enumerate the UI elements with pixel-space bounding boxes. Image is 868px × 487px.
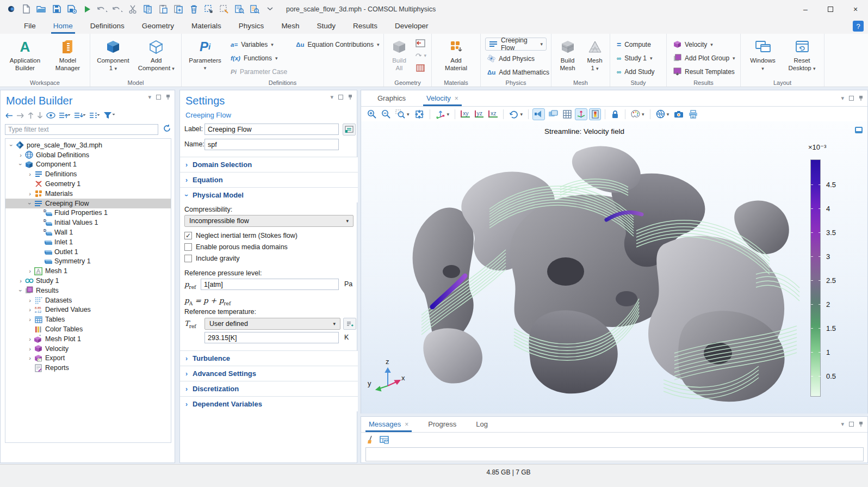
menu-tab-developer[interactable]: Developer <box>386 18 437 34</box>
functions-button[interactable]: f(x)Functions▾ <box>228 51 289 65</box>
redo-icon[interactable] <box>111 3 124 16</box>
scene-light-icon[interactable]: ▾ <box>654 108 671 120</box>
section-dependent-variables[interactable]: ›Dependent Variables <box>180 396 358 411</box>
zoom-in-icon[interactable] <box>365 108 378 120</box>
rotate-icon[interactable]: ▾ <box>507 108 525 120</box>
menu-tab-study[interactable]: Study <box>308 18 344 34</box>
section-equation[interactable]: ›Equation <box>180 172 358 187</box>
add-study-button[interactable]: ∞Add Study <box>615 65 657 78</box>
tree-item-datasets[interactable]: ›Datasets <box>5 295 171 305</box>
expand-icon[interactable]: › <box>26 306 34 313</box>
transparency-icon[interactable] <box>547 108 560 120</box>
menu-tab-physics[interactable]: Physics <box>230 18 273 34</box>
menu-tab-definitions[interactable]: Definitions <box>82 18 133 34</box>
show-axes-icon[interactable] <box>575 108 587 120</box>
expand-icon[interactable]: › <box>26 268 34 274</box>
expand-icon[interactable]: › <box>26 297 34 304</box>
clear-messages-icon[interactable] <box>367 435 374 446</box>
section-discretization[interactable]: ›Discretization <box>180 381 358 396</box>
save-as-icon[interactable] <box>65 3 78 16</box>
expand-icon[interactable]: › <box>17 152 24 158</box>
tree-item-global-definitions[interactable]: ›Global Definitions <box>5 150 171 160</box>
panel-float-icon[interactable] <box>156 95 161 100</box>
tree-item-mesh-plot-1[interactable]: ›*Mesh Plot 1 <box>5 334 171 344</box>
panel-pin-icon[interactable] <box>348 94 352 100</box>
tref-select[interactable]: User defined▾ <box>204 318 340 330</box>
tree-item-initial-values-1[interactable]: DInitial Values 1 <box>5 218 171 227</box>
tree-item-tables[interactable]: ›Tables <box>5 315 171 324</box>
panel-float-icon[interactable] <box>849 96 854 101</box>
component-1-button[interactable]: Component1 ▾ <box>95 36 131 74</box>
delete-icon[interactable] <box>187 3 200 16</box>
tree-item-results[interactable]: ›Results <box>5 286 171 295</box>
tab-velocity[interactable]: Velocity× <box>426 94 458 106</box>
deselect-icon[interactable] <box>218 3 231 16</box>
save-icon[interactable] <box>50 3 63 16</box>
reset-desktop-button[interactable]: ResetDesktop ▾ <box>785 36 820 74</box>
expand-icon[interactable]: › <box>26 316 34 323</box>
find-icon[interactable] <box>233 3 246 16</box>
windows-button[interactable]: Windows▾ <box>746 36 780 74</box>
expand-icon[interactable]: › <box>26 355 34 361</box>
pref-input[interactable] <box>201 279 339 290</box>
collapse-icon[interactable]: › <box>27 200 33 207</box>
tref-list-button[interactable] <box>343 318 356 330</box>
expand-icon[interactable]: › <box>17 278 24 284</box>
tab-progress[interactable]: Progress <box>428 420 456 432</box>
view-xz-icon[interactable]: xz <box>487 108 499 120</box>
add-physics-button[interactable]: Add Physics <box>485 52 547 65</box>
move-up-icon[interactable] <box>28 112 34 119</box>
expand-all-icon[interactable] <box>74 112 86 119</box>
section-advanced-settings[interactable]: ›Advanced Settings <box>180 366 358 381</box>
add-plot-group-button[interactable]: Add Plot Group▾ <box>671 51 737 65</box>
panel-pin-icon[interactable] <box>859 95 863 101</box>
add-component-button[interactable]: AddComponent ▾ <box>136 36 177 74</box>
model-tree-node-icon[interactable] <box>89 112 100 119</box>
table-message-icon[interactable] <box>380 436 389 446</box>
screenshot-icon[interactable] <box>672 108 685 120</box>
collapse-icon[interactable]: › <box>8 141 15 149</box>
menu-tab-home[interactable]: Home <box>45 18 82 34</box>
name-input[interactable] <box>204 139 339 150</box>
tree-item-mesh-1[interactable]: ›Mesh 1 <box>5 266 171 276</box>
color-theme-icon[interactable]: ▾ <box>629 108 646 120</box>
import-geometry-icon[interactable] <box>414 38 426 48</box>
undo-icon[interactable] <box>96 3 109 16</box>
more-icon[interactable] <box>263 3 276 16</box>
temperature-input[interactable] <box>204 332 339 343</box>
unchecked-checkbox-icon[interactable] <box>184 243 192 251</box>
panel-float-icon[interactable] <box>849 422 854 427</box>
rename-button[interactable] <box>343 124 356 135</box>
add-material-button[interactable]: AddMaterial <box>439 36 474 74</box>
tab-graphics[interactable]: Graphics <box>377 94 406 106</box>
plot-settings-icon[interactable] <box>854 126 863 137</box>
panel-float-icon[interactable] <box>338 95 343 100</box>
checkbox-enable-porous-media-domains[interactable]: Enable porous media domains <box>184 243 288 251</box>
expand-icon[interactable]: › <box>26 171 34 177</box>
maximize-button[interactable] <box>818 0 843 18</box>
back-icon[interactable] <box>5 113 13 119</box>
copy-icon[interactable] <box>141 3 154 16</box>
filter-icon[interactable] <box>103 112 115 119</box>
orientation-axes-icon[interactable]: ▾ <box>434 108 451 120</box>
print-icon[interactable] <box>687 108 699 120</box>
unchecked-checkbox-icon[interactable] <box>184 255 192 262</box>
model-manager-button[interactable]: Model Manager <box>50 36 85 74</box>
tree-item-definitions[interactable]: ›Definitions <box>5 169 171 179</box>
tree-item-materials[interactable]: ›Materials <box>5 189 171 199</box>
new-file-icon[interactable] <box>20 3 33 16</box>
menu-tab-materials[interactable]: Materials <box>183 18 230 34</box>
refresh-icon[interactable] <box>163 124 171 135</box>
tab-messages[interactable]: Messages× <box>369 420 408 432</box>
filter-input[interactable] <box>5 124 158 135</box>
panel-menu-icon[interactable]: ▾ <box>841 95 844 102</box>
collapse-all-icon[interactable] <box>59 112 71 119</box>
paste-icon[interactable] <box>157 3 170 16</box>
compressibility-select[interactable]: Incompressible flow▾ <box>184 215 354 227</box>
rebuild-icon[interactable]: ▾ <box>414 50 426 61</box>
select-icon[interactable] <box>202 3 215 16</box>
tree-item-reports[interactable]: Reports <box>5 363 171 373</box>
panel-pin-icon[interactable] <box>166 94 170 100</box>
open-icon[interactable] <box>35 3 48 16</box>
graphics-canvas[interactable]: Streamline: Velocity field <box>361 121 868 414</box>
